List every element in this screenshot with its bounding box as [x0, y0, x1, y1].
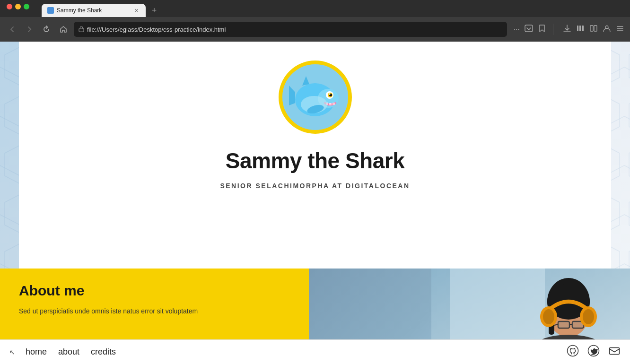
tab-bar: Sammy the Shark ✕ +: [0, 0, 630, 17]
new-tab-button[interactable]: +: [148, 4, 161, 17]
home-button[interactable]: [57, 23, 70, 36]
twitter-icon[interactable]: [587, 345, 600, 360]
svg-rect-0: [79, 28, 84, 32]
reload-button[interactable]: [40, 23, 53, 36]
back-button[interactable]: [6, 23, 19, 36]
menu-icon[interactable]: [616, 24, 624, 35]
library-icon[interactable]: [576, 24, 585, 35]
svg-point-20: [329, 94, 330, 95]
svg-point-46: [583, 309, 594, 324]
lock-icon: [79, 26, 84, 33]
address-bar[interactable]: file:///Users/eglass/Desktop/css-practic…: [74, 22, 507, 37]
profile-icon[interactable]: [603, 24, 611, 35]
about-title: About me: [19, 283, 290, 299]
hero-section: Sammy the Shark SENIOR SELACHIMORPHA AT …: [0, 42, 630, 269]
bottom-navigation: ↖ home about credits: [0, 339, 630, 364]
minimize-light[interactable]: [15, 4, 21, 9]
forward-button[interactable]: [23, 23, 36, 36]
bookmark-button[interactable]: [538, 24, 546, 35]
about-text: Sed ut perspiciatis unde omnis iste natu…: [19, 306, 290, 316]
active-tab[interactable]: Sammy the Shark ✕: [42, 4, 146, 17]
reader-view-icon[interactable]: [589, 24, 598, 35]
svg-rect-1: [525, 25, 533, 32]
email-icon[interactable]: [608, 345, 621, 360]
nav-action-buttons: ···: [514, 24, 546, 35]
about-link[interactable]: about: [52, 347, 85, 357]
svg-marker-21: [302, 76, 309, 86]
tab-close-button[interactable]: ✕: [132, 7, 140, 14]
svg-rect-6: [594, 26, 597, 31]
svg-rect-2: [577, 26, 578, 31]
shark-illustration: [288, 72, 342, 122]
website-content: Sammy the Shark SENIOR SELACHIMORPHA AT …: [0, 42, 630, 364]
svg-rect-4: [582, 26, 584, 31]
svg-rect-5: [590, 26, 593, 31]
hero-subtitle: SENIOR SELACHIMORPHA AT DIGITALOCEAN: [220, 182, 410, 190]
browser-chrome: Sammy the Shark ✕ + file:///Users/eglass…: [0, 0, 630, 42]
bottom-nav-links: home about credits: [20, 347, 122, 357]
svg-rect-3: [579, 26, 581, 31]
svg-point-47: [568, 345, 578, 356]
pocket-button[interactable]: [525, 24, 533, 35]
home-link[interactable]: home: [20, 347, 52, 357]
tab-title: Sammy the Shark: [57, 7, 131, 14]
hero-content: Sammy the Shark SENIOR SELACHIMORPHA AT …: [0, 42, 630, 190]
cursor-indicator: ↖: [9, 348, 15, 356]
credits-link[interactable]: credits: [85, 347, 122, 357]
navigation-bar: file:///Users/eglass/Desktop/css-practic…: [0, 17, 630, 42]
svg-marker-26: [289, 86, 295, 105]
fullscreen-light[interactable]: [24, 4, 29, 9]
close-light[interactable]: [7, 4, 12, 9]
github-icon[interactable]: [567, 345, 579, 360]
url-text: file:///Users/eglass/Desktop/css-practic…: [87, 26, 502, 33]
hero-name: Sammy the Shark: [226, 148, 405, 173]
more-button[interactable]: ···: [514, 25, 520, 34]
social-icons: [567, 345, 621, 360]
traffic-lights: [0, 4, 36, 9]
downloads-icon[interactable]: [563, 24, 571, 35]
svg-rect-49: [610, 347, 620, 354]
svg-point-44: [543, 309, 554, 324]
svg-rect-41: [558, 321, 569, 328]
right-nav-icons: [563, 24, 624, 35]
shark-avatar: [279, 61, 352, 134]
tab-favicon: [47, 7, 54, 14]
